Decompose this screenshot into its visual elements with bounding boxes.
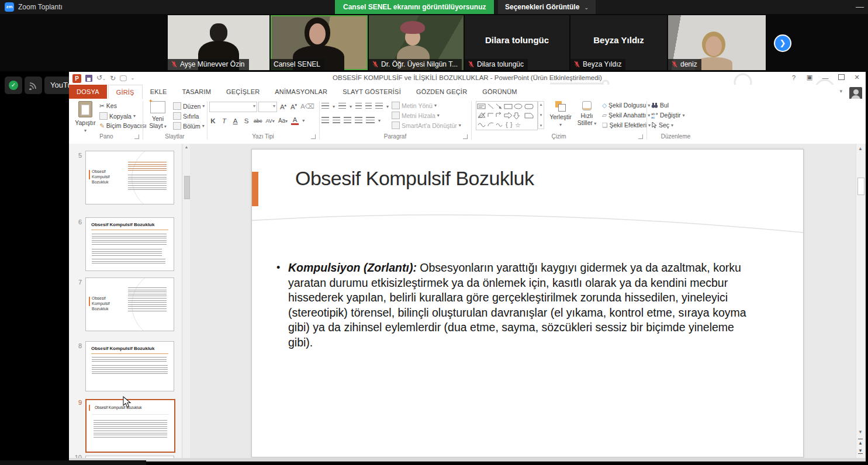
copy-button[interactable]: Kopyala▾ [99,112,136,120]
help-icon[interactable]: ? [790,74,798,81]
line-spacing-icon[interactable] [375,103,383,110]
increase-indent-icon[interactable] [365,103,372,110]
align-center-icon[interactable] [333,117,340,124]
scroll-up-icon[interactable]: ▲ [183,145,190,149]
dialog-launcher-icon[interactable] [134,134,139,139]
slide-thumbnail-5[interactable]: ObsesifKompulsifBozukluk [85,151,174,204]
decrease-indent-icon[interactable] [355,103,362,110]
font-size-combo[interactable] [258,102,277,112]
editor-area: 5 ObsesifKompulsifBozukluk 6 Obsesif Kom… [69,144,866,458]
chevron-down-icon[interactable]: ▾ [839,88,842,94]
chevron-down-icon[interactable]: ▾ [302,118,305,123]
tab-gozden-gecir[interactable]: GÖZDEN GEÇİR [409,85,475,99]
video-tile-ayse[interactable]: Ayşe Münevver Özin [168,15,269,70]
select-button[interactable]: Seç▾ [651,122,673,129]
previous-slide-button[interactable]: ▲ [856,439,864,446]
slide-number: 6 [72,218,82,225]
justify-icon[interactable] [355,117,362,124]
align-text-button[interactable]: Metni Hizala▾ [392,112,440,119]
underline-button[interactable]: A [231,117,239,124]
group-label: Pano [71,133,141,140]
find-button[interactable]: Bul [651,102,669,109]
video-tile-dilara[interactable]: Dilara tolungüc Dilara tolungüc [465,15,569,70]
shape-outline-button[interactable]: ▱Şekil Anahattı▾ [602,112,650,119]
scroll-down-icon[interactable]: ▼ [856,429,864,435]
arrange-button[interactable]: Yerleştir▾ [547,101,574,129]
bullets-icon[interactable] [321,103,329,110]
video-tile-cansel[interactable]: Cansel SENEL [271,15,368,70]
close-icon[interactable]: ✕ [853,74,861,81]
cut-button[interactable]: ✂Kes [99,102,117,109]
dialog-launcher-icon[interactable] [311,134,316,139]
video-tile-deniz[interactable]: deniz [668,15,766,70]
dialog-launcher-icon[interactable] [463,134,468,139]
video-tile-nilgun[interactable]: Dr. Öğr. Üyesi Nilgün T... [369,15,464,70]
slide-body-text[interactable]: Kompulsiyon (Zorlantı): Obsesyonların ya… [288,261,762,350]
shapes-scroll-buttons[interactable]: ▴▾▾ [538,101,544,129]
minimize-icon[interactable]: — [856,2,864,11]
layout-button[interactable]: Düzen▾ [173,102,205,110]
bold-button[interactable]: K [209,117,217,124]
shape-effects-button[interactable]: ❏Şekil Efektleri▾ [602,122,651,129]
slide-thumbnail-6[interactable]: Obsesif Kompulsif Bozukluk [85,217,174,271]
shape-fill-button[interactable]: ◇Şekil Dolgusu▾ [602,102,650,109]
view-options-button[interactable]: Seçenekleri Görüntüle⌄ [498,0,596,14]
align-left-icon[interactable] [321,117,329,124]
character-spacing-button[interactable]: AV▾ [266,118,275,124]
ribbon-display-options-icon[interactable]: ▣ [805,74,814,81]
tab-gecisler[interactable]: GEÇİŞLER [219,85,267,99]
thumbnail-pane-scrollbar[interactable]: ▲ [182,144,190,458]
tab-slayt-gosterisi[interactable]: SLAYT GÖSTERİSİ [335,85,409,99]
mic-muted-icon [468,61,475,68]
next-slide-button[interactable]: ▼ [856,449,864,456]
shapes-gallery[interactable]: { } ☆ [476,101,538,130]
bullet-text: Obsesyonların yarattığı kaygıyı gidermek… [288,261,746,349]
tab-ekle[interactable]: EKLE [143,85,175,99]
text-direction-button[interactable]: Metin Yönü▾ [392,102,437,109]
strikethrough-button[interactable]: abc [254,118,262,124]
scroll-up-icon[interactable]: ▲ [856,146,864,151]
ppt-title-bar: P ↺⌄ ↻ 🖵 ⌄ OBSESİF KOMPULSİF ve İLİŞKİLİ… [69,72,866,85]
new-slide-button[interactable]: Yeni Slayt ▾ [145,101,171,130]
slide-thumbnail-8[interactable]: Obsesif Kompulsif Bozukluk [85,341,174,391]
slide-thumbnail-7[interactable]: ObsesifKompulsifBozukluk [85,277,174,331]
restore-icon[interactable] [837,74,845,81]
tab-dosya[interactable]: DOSYA [69,85,107,99]
font-color-button[interactable]: A [291,116,299,125]
tab-gorunum[interactable]: GÖRÜNÜM [475,85,524,99]
clear-formatting-button[interactable]: A⌫ [300,102,314,110]
video-tile-beyza[interactable]: Beyza Yıldız Beyza Yıldız [570,15,667,70]
font-name-combo[interactable] [209,102,257,112]
numbering-icon[interactable] [338,103,346,110]
columns-icon[interactable] [366,117,375,124]
grow-font-button[interactable]: A▴ [279,103,287,110]
convert-smartart-button[interactable]: SmartArt'a Dönüştür▾ [392,122,461,129]
slide-canvas[interactable]: Obsesif Kompulsif Bozukluk Kompulsiyon (… [251,149,804,457]
shrink-font-button[interactable]: A▾ [290,103,298,110]
text-shadow-button[interactable]: S [243,117,250,124]
tab-animasyonlar[interactable]: ANİMASYONLAR [267,85,335,99]
align-right-icon[interactable] [344,117,351,124]
tab-giris[interactable]: GİRİŞ [108,85,143,99]
scrollbar-thumb[interactable] [857,178,864,195]
dialog-launcher-icon[interactable] [638,134,643,139]
browser-shield-bookmark[interactable]: ✓ [5,77,22,94]
italic-button[interactable]: T [220,117,228,124]
format-painter-button[interactable]: ✎Biçim Boyacısı [99,122,147,129]
minimize-icon[interactable]: — [821,74,829,81]
slide-area-scrollbar[interactable]: ▲ ▼ ▲ ▼ [856,144,864,458]
replace-button[interactable]: abac Değiştir▾ [651,112,685,119]
quick-styles-button[interactable]: Hızlı Stiller ▾ [575,101,599,127]
chevron-down-icon: ⌄ [584,5,589,11]
browser-rss-bookmark[interactable] [25,77,42,94]
participant-display-name: Beyza Yıldız [570,35,667,45]
scrollbar-thumb[interactable] [184,176,190,199]
replace-icon: abac [651,112,658,119]
next-participants-button[interactable]: ❯ [774,34,791,52]
tab-tasarim[interactable]: TASARIM [175,85,219,99]
reset-button[interactable]: Sıfırla [173,112,199,120]
shape-outline-icon: ▱ [602,112,607,119]
section-button[interactable]: Bölüm▾ [173,122,205,130]
change-case-button[interactable]: Aa▾ [278,117,288,124]
paste-button[interactable]: Yapıştır▾ [72,101,98,134]
